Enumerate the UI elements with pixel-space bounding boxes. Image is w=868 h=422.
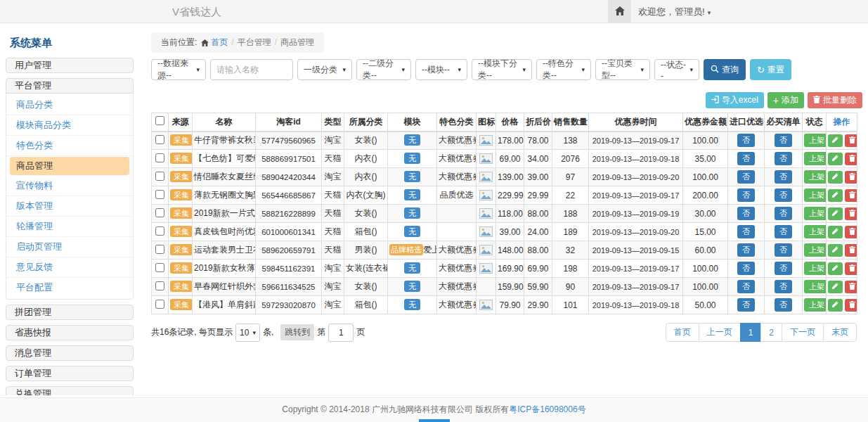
filter-select[interactable]: --特色分类--▾ — [536, 59, 591, 80]
sidebar-group-header[interactable]: 平台管理 — [6, 78, 134, 94]
must-buy-toggle[interactable]: 否 — [775, 152, 792, 165]
sidebar-item[interactable]: 意见反馈 — [6, 257, 133, 278]
sidebar-item[interactable]: 宣传物料 — [6, 176, 133, 196]
sidebar-item[interactable]: 商品管理 — [10, 157, 129, 175]
delete-button[interactable] — [845, 262, 857, 275]
delete-button[interactable] — [845, 153, 857, 165]
edit-button[interactable] — [828, 171, 843, 184]
sidebar-group-header[interactable]: 订单管理 — [6, 366, 134, 381]
filter-select[interactable]: --状态--▾ — [654, 59, 699, 80]
row-checkbox[interactable] — [155, 245, 164, 254]
must-buy-toggle[interactable]: 否 — [775, 134, 792, 147]
select-all-checkbox[interactable] — [155, 116, 164, 125]
status-toggle[interactable]: 上架 — [804, 243, 827, 257]
import-select-toggle[interactable]: 否 — [737, 225, 755, 238]
sidebar-group-header[interactable]: 拼团管理 — [6, 305, 134, 320]
status-toggle[interactable]: 上架 — [804, 298, 827, 312]
page-button[interactable]: 下一页 — [782, 323, 824, 342]
sidebar-item[interactable]: 商品分类 — [6, 95, 133, 115]
sidebar-item[interactable]: 启动页管理 — [6, 237, 133, 257]
row-checkbox[interactable] — [155, 281, 164, 290]
sidebar-item[interactable]: 版本管理 — [6, 196, 133, 217]
page-button[interactable]: 首页 — [666, 323, 699, 342]
delete-button[interactable] — [845, 226, 857, 238]
sidebar-group-header[interactable]: 消息管理 — [6, 345, 134, 361]
icp-link[interactable]: 粤ICP备16098006号 — [509, 404, 585, 414]
row-checkbox[interactable] — [155, 263, 164, 272]
edit-button[interactable] — [828, 244, 843, 257]
edit-button[interactable] — [828, 189, 843, 202]
must-buy-toggle[interactable]: 否 — [775, 262, 792, 275]
must-buy-toggle[interactable]: 否 — [775, 188, 792, 202]
import-select-toggle[interactable]: 否 — [737, 207, 755, 220]
row-checkbox[interactable] — [155, 226, 164, 236]
row-checkbox[interactable] — [155, 135, 164, 144]
row-checkbox[interactable] — [155, 300, 164, 309]
import-select-toggle[interactable]: 否 — [737, 170, 755, 184]
sidebar-group-header[interactable]: 省惠快报 — [6, 325, 134, 340]
add-button[interactable]: + 添加 — [767, 92, 804, 108]
row-checkbox[interactable] — [155, 153, 164, 162]
page-button[interactable]: 2 — [760, 323, 782, 342]
edit-button[interactable] — [828, 226, 843, 238]
filter-select[interactable]: --宝贝类型--▾ — [595, 59, 650, 80]
delete-button[interactable] — [845, 171, 857, 184]
search-name-input[interactable] — [210, 59, 293, 80]
filter-select[interactable]: 一级分类▾ — [297, 59, 352, 80]
jump-button[interactable]: 跳转到 — [280, 324, 314, 340]
delete-button[interactable] — [845, 244, 857, 257]
delete-button[interactable] — [845, 189, 857, 202]
home-button[interactable] — [608, 0, 631, 23]
filter-select[interactable]: --模块--▾ — [415, 59, 467, 80]
user-menu[interactable]: 欢迎您，管理员!▾ — [638, 0, 711, 25]
sidebar-group-header[interactable]: 用户管理 — [6, 58, 134, 73]
import-select-toggle[interactable]: 否 — [737, 298, 755, 312]
search-button[interactable]: 查询 — [704, 59, 746, 80]
delete-button[interactable] — [845, 134, 857, 147]
import-select-toggle[interactable]: 否 — [737, 243, 755, 257]
import-excel-button[interactable]: 导入excel — [706, 92, 764, 108]
filter-select[interactable]: --二级分类--▾ — [356, 59, 411, 80]
delete-button[interactable] — [845, 299, 857, 312]
edit-button[interactable] — [828, 262, 843, 275]
page-button[interactable]: 1 — [740, 323, 762, 342]
import-select-toggle[interactable]: 否 — [737, 188, 755, 202]
status-toggle[interactable]: 上架 — [804, 207, 827, 220]
import-select-toggle[interactable]: 否 — [737, 152, 755, 165]
sidebar-item[interactable]: 平台配置 — [6, 278, 133, 298]
page-button[interactable]: 上一页 — [699, 323, 741, 342]
filter-select[interactable]: --模块下分类--▾ — [472, 59, 532, 80]
import-select-toggle[interactable]: 否 — [737, 262, 755, 275]
must-buy-toggle[interactable]: 否 — [775, 298, 792, 312]
must-buy-toggle[interactable]: 否 — [775, 170, 792, 184]
row-checkbox[interactable] — [155, 190, 164, 199]
status-toggle[interactable]: 上架 — [804, 152, 827, 165]
reset-button[interactable]: ↻ 重置 — [750, 59, 791, 80]
status-toggle[interactable]: 上架 — [804, 134, 827, 147]
batch-delete-button[interactable]: 批量删除 — [808, 92, 862, 108]
edit-button[interactable] — [828, 207, 843, 220]
must-buy-toggle[interactable]: 否 — [775, 207, 792, 220]
edit-button[interactable] — [828, 153, 843, 165]
delete-button[interactable] — [845, 281, 857, 293]
filter-select-data-source[interactable]: --数据来源--▾ — [151, 59, 206, 80]
must-buy-toggle[interactable]: 否 — [775, 225, 792, 238]
status-toggle[interactable]: 上架 — [804, 262, 827, 275]
import-select-toggle[interactable]: 否 — [737, 134, 755, 147]
row-checkbox[interactable] — [155, 172, 164, 181]
breadcrumb-home-link[interactable]: 首页 — [211, 37, 228, 47]
status-toggle[interactable]: 上架 — [804, 188, 827, 202]
per-page-select[interactable]: 10 ▾ — [235, 324, 260, 342]
sidebar-item[interactable]: 特色分类 — [6, 136, 133, 156]
page-button[interactable]: 末页 — [823, 323, 857, 342]
edit-button[interactable] — [828, 299, 843, 312]
must-buy-toggle[interactable]: 否 — [775, 280, 792, 293]
import-select-toggle[interactable]: 否 — [737, 280, 755, 293]
status-toggle[interactable]: 上架 — [804, 225, 827, 238]
status-toggle[interactable]: 上架 — [804, 280, 827, 293]
sidebar-item[interactable]: 轮播管理 — [6, 217, 133, 237]
sidebar-group-header[interactable]: 兑换管理 — [6, 386, 134, 395]
must-buy-toggle[interactable]: 否 — [775, 243, 792, 257]
edit-button[interactable] — [828, 134, 843, 147]
sidebar-item[interactable]: 模块商品分类 — [6, 115, 133, 136]
